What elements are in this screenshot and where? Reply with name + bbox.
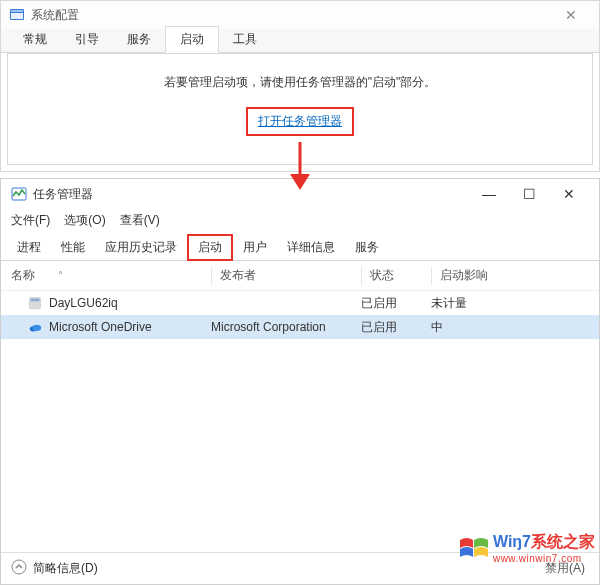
tm-tab-app-history[interactable]: 应用历史记录 [95, 235, 187, 260]
tm-tab-users[interactable]: 用户 [233, 235, 277, 260]
tm-tab-services[interactable]: 服务 [345, 235, 389, 260]
column-headers: 名称 ˄ 发布者 状态 启动影响 [1, 261, 599, 291]
row-name: Microsoft OneDrive [49, 320, 152, 334]
taskmgr-statusbar: 简略信息(D) 禁用(A) [1, 552, 599, 584]
tm-tab-details[interactable]: 详细信息 [277, 235, 345, 260]
disable-button[interactable]: 禁用(A) [541, 558, 589, 579]
fewer-details-label: 简略信息(D) [33, 560, 98, 577]
tab-tools[interactable]: 工具 [219, 27, 271, 52]
open-taskmgr-link[interactable]: 打开任务管理器 [258, 114, 342, 128]
msconfig-startup-panel: 若要管理启动项，请使用任务管理器的"启动"部分。 打开任务管理器 [7, 53, 593, 165]
tm-tab-performance[interactable]: 性能 [51, 235, 95, 260]
msconfig-window: 系统配置 ✕ 常规 引导 服务 启动 工具 若要管理启动项，请使用任务管理器的"… [0, 0, 600, 172]
row-impact: 中 [431, 319, 531, 336]
minimize-icon[interactable]: — [469, 186, 509, 202]
row-status: 已启用 [361, 295, 431, 312]
row-status: 已启用 [361, 319, 431, 336]
close-icon[interactable]: ✕ [551, 7, 591, 23]
taskmgr-titlebar: 任务管理器 — ☐ ✕ [1, 179, 599, 209]
table-row[interactable]: Microsoft OneDrive Microsoft Corporation… [1, 315, 599, 339]
msconfig-tabs: 常规 引导 服务 启动 工具 [1, 29, 599, 53]
table-row[interactable]: DayLGU62iq 已启用 未计量 [1, 291, 599, 315]
row-name: DayLGU62iq [49, 296, 118, 310]
svg-rect-7 [31, 299, 40, 302]
svg-rect-2 [11, 13, 23, 19]
svg-rect-1 [11, 10, 23, 12]
col-status[interactable]: 状态 [361, 267, 431, 285]
col-impact[interactable]: 启动影响 [431, 267, 531, 285]
startup-list: 名称 ˄ 发布者 状态 启动影响 DayLGU62iq 已启用 未计量 [1, 261, 599, 552]
msconfig-titlebar: 系统配置 ✕ [1, 1, 599, 29]
open-taskmgr-highlight: 打开任务管理器 [246, 107, 354, 136]
menu-file[interactable]: 文件(F) [11, 212, 50, 229]
tab-startup[interactable]: 启动 [165, 26, 219, 53]
row-publisher: Microsoft Corporation [211, 320, 361, 334]
tab-services[interactable]: 服务 [113, 27, 165, 52]
taskmgr-window: 任务管理器 — ☐ ✕ 文件(F) 选项(O) 查看(V) 进程 性能 应用历史… [0, 178, 600, 585]
startup-hint: 若要管理启动项，请使用任务管理器的"启动"部分。 [8, 74, 592, 91]
msconfig-icon [9, 7, 25, 23]
msconfig-title: 系统配置 [31, 7, 551, 24]
taskmgr-title: 任务管理器 [33, 186, 469, 203]
tm-tab-startup[interactable]: 启动 [187, 234, 233, 261]
taskmgr-menubar: 文件(F) 选项(O) 查看(V) [1, 209, 599, 231]
chevron-up-circle-icon [11, 559, 27, 578]
tab-boot[interactable]: 引导 [61, 27, 113, 52]
menu-view[interactable]: 查看(V) [120, 212, 160, 229]
tm-tab-processes[interactable]: 进程 [7, 235, 51, 260]
taskmgr-icon [11, 186, 27, 202]
col-name-label: 名称 [11, 268, 35, 282]
taskmgr-tabs: 进程 性能 应用历史记录 启动 用户 详细信息 服务 [1, 235, 599, 261]
onedrive-icon [27, 319, 43, 335]
tab-general[interactable]: 常规 [9, 27, 61, 52]
col-name[interactable]: 名称 ˄ [11, 267, 211, 284]
chevron-up-icon: ˄ [58, 270, 63, 281]
maximize-icon[interactable]: ☐ [509, 186, 549, 202]
fewer-details-toggle[interactable]: 简略信息(D) [11, 559, 541, 578]
app-generic-icon [27, 295, 43, 311]
svg-point-10 [12, 560, 26, 574]
row-impact: 未计量 [431, 295, 531, 312]
svg-point-9 [32, 325, 41, 331]
col-publisher[interactable]: 发布者 [211, 267, 361, 285]
close-icon[interactable]: ✕ [549, 186, 589, 202]
menu-options[interactable]: 选项(O) [64, 212, 105, 229]
